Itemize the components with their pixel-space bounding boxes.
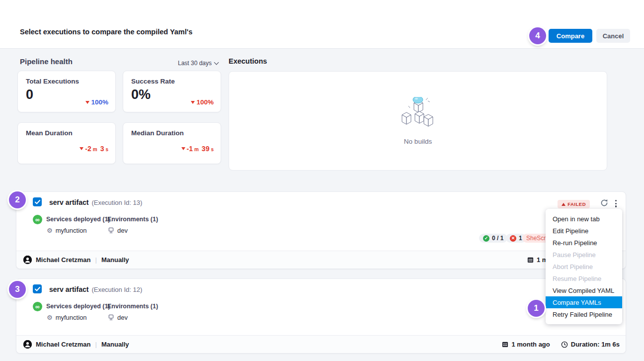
metric-card-mean-duration: Mean Duration -2m 3s	[17, 122, 116, 164]
triangle-down-icon	[191, 101, 195, 104]
environment-value: dev	[108, 227, 128, 234]
check-icon	[35, 287, 40, 291]
triangle-down-icon	[181, 147, 185, 150]
execution-title[interactable]: serv artifact (Execution Id: 13)	[49, 198, 142, 206]
check-circle-icon: ✓	[483, 235, 489, 242]
metric-title: Success Rate	[131, 78, 175, 85]
page-title: Select executions to compare the compile…	[20, 28, 192, 36]
metric-value: 0%	[131, 87, 151, 102]
avatar	[23, 256, 32, 264]
metric-card-success-rate: Success Rate 0% 100%	[123, 71, 221, 112]
metric-title: Median Duration	[131, 129, 184, 137]
pipeline-name: serv artifact	[49, 285, 88, 293]
menu-item-view-compiled-yaml[interactable]: View Compiled YAML	[546, 284, 622, 296]
execution-footer: Michael Cretzman | Manually 1 month ago …	[16, 335, 626, 353]
compare-button[interactable]: Compare	[549, 29, 592, 43]
footer-separator: |	[95, 256, 97, 264]
execution-time: 1 month ago	[511, 341, 550, 348]
execution-checkbox[interactable]	[33, 197, 42, 206]
metric-value: 0	[26, 87, 33, 102]
cd-service-icon: ∞	[33, 215, 42, 224]
footer-separator: |	[95, 341, 97, 348]
execution-duration: Duration: 1m 6s	[571, 341, 620, 348]
status-badge-failed: FAILED	[558, 200, 590, 208]
execution-footer: Michael Cretzman | Manually 1 mo	[16, 251, 626, 269]
kebab-menu-icon[interactable]	[613, 199, 619, 208]
menu-item-pause-pipeline: Pause Pipeline	[546, 249, 622, 261]
callout-badge-4: 4	[529, 27, 546, 44]
warning-triangle-icon	[562, 203, 565, 206]
execution-checkbox[interactable]	[33, 284, 42, 293]
no-builds-illustration	[395, 97, 441, 133]
environments-label: Environments (1)	[107, 303, 158, 310]
metric-card-median-duration: Median Duration -1m 39s	[123, 122, 221, 164]
metric-card-total-executions: Total Executions 0 100%	[17, 71, 116, 112]
pipeline-context-menu: Open in new tab Edit Pipeline Re-run Pip…	[546, 209, 622, 324]
screen: Select executions to compare the compile…	[0, 0, 644, 361]
environments-label: Environments (1)	[107, 216, 158, 223]
chevron-down-icon	[214, 60, 219, 65]
triangle-down-icon	[80, 147, 83, 150]
pipeline-name: serv artifact	[49, 198, 88, 206]
success-count-pill: ✓ 0 / 1	[479, 234, 507, 243]
services-deployed-label: Services deployed (1)	[46, 303, 110, 310]
menu-item-open-in-new-tab[interactable]: Open in new tab	[546, 213, 622, 225]
triggered-by-user: Michael Cretzman	[36, 256, 91, 264]
clock-icon	[561, 341, 568, 348]
check-icon	[35, 200, 40, 204]
services-deployed-label: Services deployed (1)	[46, 216, 110, 223]
cd-service-icon: ∞	[33, 302, 42, 311]
execution-row-13[interactable]: serv artifact (Execution Id: 13) ∞ Servi…	[16, 191, 626, 269]
execution-title[interactable]: serv artifact (Execution Id: 12)	[49, 285, 142, 293]
metric-title: Total Executions	[26, 78, 79, 85]
avatar	[23, 340, 32, 349]
x-circle-icon: ✕	[510, 235, 516, 242]
menu-item-retry-failed-pipeline[interactable]: Retry Failed Pipeline	[546, 308, 622, 320]
refresh-icon[interactable]	[600, 198, 609, 209]
gear-icon: ⚙	[47, 314, 53, 321]
service-value: ⚙ myfunction	[47, 314, 87, 321]
menu-item-edit-pipeline[interactable]: Edit Pipeline	[546, 225, 622, 237]
callout-badge-1: 1	[528, 300, 545, 317]
metric-delta: 100%	[191, 98, 214, 106]
menu-item-abort-pipeline: Abort Pipeline	[546, 261, 622, 272]
triangle-down-icon	[85, 101, 89, 104]
execution-id: (Execution Id: 12)	[91, 286, 142, 293]
triggered-by-user: Michael Cretzman	[36, 341, 91, 348]
menu-item-rerun-pipeline[interactable]: Re-run Pipeline	[546, 237, 622, 249]
execution-time-duration: 1 month ago Duration: 1m 6s	[502, 341, 620, 348]
calendar-icon	[527, 257, 534, 263]
menu-item-compare-yamls[interactable]: Compare YAMLs	[546, 296, 622, 308]
date-range-label: Last 30 days	[178, 60, 212, 67]
trigger-type: Manually	[101, 256, 129, 264]
pipeline-health-title: Pipeline health	[20, 57, 73, 66]
service-value: ⚙ myfunction	[47, 227, 87, 234]
environment-value: dev	[108, 314, 128, 321]
executions-title: Executions	[229, 57, 267, 65]
metric-delta: 100%	[85, 98, 108, 106]
cancel-button[interactable]: Cancel	[596, 29, 630, 43]
metric-delta: -1m 39s	[181, 145, 214, 153]
no-builds-text: No builds	[404, 138, 432, 145]
trigger-type: Manually	[101, 341, 129, 348]
callout-badge-2: 2	[9, 191, 26, 208]
execution-id: (Execution Id: 13)	[91, 199, 142, 206]
environment-icon	[108, 314, 114, 321]
date-range-select[interactable]: Last 30 days	[178, 60, 218, 67]
executions-chart-panel: No builds	[229, 71, 607, 171]
metric-delta: -2m 3s	[80, 145, 108, 153]
callout-badge-3: 3	[9, 281, 26, 298]
environment-icon	[108, 227, 114, 234]
calendar-icon	[502, 341, 508, 348]
metric-title: Mean Duration	[26, 129, 73, 137]
menu-item-resume-pipeline: Resume Pipeline	[546, 272, 622, 284]
gear-icon: ⚙	[47, 227, 53, 234]
header-bar: Select executions to compare the compile…	[0, 0, 644, 48]
